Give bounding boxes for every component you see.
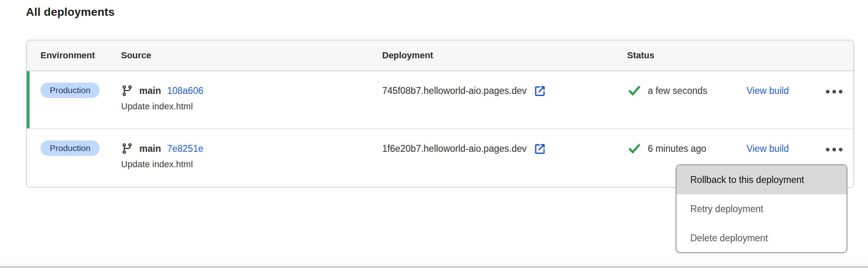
- git-branch-icon: [121, 85, 133, 97]
- menu-item-delete[interactable]: Delete deployment: [677, 223, 847, 253]
- environment-cell: Production: [40, 140, 121, 157]
- page-title: All deployments: [26, 6, 115, 19]
- deployment-cell: 745f08b7.helloworld-aio.pages.dev: [382, 83, 627, 99]
- dot: [839, 90, 842, 94]
- ellipsis-icon[interactable]: [823, 87, 845, 97]
- view-build-cell: View build: [747, 83, 823, 100]
- environment-badge: Production: [40, 140, 100, 156]
- source-cell: main 7e8251e Update index.html: [121, 140, 382, 170]
- table-header-row: Environment Source Deployment Status: [27, 40, 853, 71]
- deployment-url: 745f08b7.helloworld-aio.pages.dev: [382, 83, 527, 99]
- menu-item-retry[interactable]: Retry deployment: [677, 194, 847, 223]
- view-build-cell: View build: [747, 140, 823, 158]
- commit-message: Update index.html: [121, 100, 382, 113]
- branch-name: main: [139, 83, 161, 99]
- deployment-cell: 1f6e20b7.helloworld-aio.pages.dev: [382, 140, 627, 157]
- view-build-link[interactable]: View build: [747, 143, 789, 154]
- actions-cell: [823, 83, 853, 100]
- deployment-context-menu: Rollback to this deployment Retry deploy…: [676, 164, 847, 253]
- status-cell: 6 minutes ago: [627, 140, 747, 157]
- menu-item-rollback[interactable]: Rollback to this deployment: [677, 165, 847, 194]
- status-cell: a few seconds: [627, 83, 747, 99]
- bottom-section-band: [0, 257, 868, 266]
- dot: [832, 90, 836, 94]
- external-link-icon[interactable]: [533, 142, 547, 155]
- check-icon: [627, 142, 642, 155]
- ellipsis-icon[interactable]: [823, 145, 845, 155]
- deployment-url: 1f6e20b7.helloworld-aio.pages.dev: [382, 140, 527, 157]
- col-header-environment: Environment: [40, 50, 121, 61]
- col-header-source: Source: [121, 50, 382, 61]
- status-time: a few seconds: [648, 83, 707, 99]
- dot: [826, 90, 830, 94]
- commit-message: Update index.html: [121, 158, 382, 170]
- view-build-link[interactable]: View build: [747, 85, 789, 96]
- col-header-deployment: Deployment: [382, 50, 627, 61]
- commit-link[interactable]: 7e8251e: [167, 140, 204, 157]
- source-cell: main 108a606 Update index.html: [121, 83, 382, 113]
- actions-cell: [823, 140, 853, 157]
- current-deployment-indicator: [27, 71, 30, 128]
- external-link-icon[interactable]: [533, 84, 547, 98]
- bottom-divider: [0, 266, 868, 268]
- git-branch-icon: [121, 143, 133, 155]
- dot: [839, 148, 842, 151]
- check-icon: [627, 84, 642, 97]
- col-header-status: Status: [627, 50, 853, 61]
- branch-name: main: [139, 140, 161, 157]
- commit-link[interactable]: 108a606: [167, 83, 204, 99]
- environment-cell: Production: [40, 83, 121, 99]
- dot: [826, 148, 830, 151]
- status-time: 6 minutes ago: [648, 140, 706, 157]
- table-row: Production main 108a606 Update index.htm…: [27, 71, 853, 129]
- dot: [832, 148, 836, 151]
- environment-badge: Production: [40, 83, 100, 98]
